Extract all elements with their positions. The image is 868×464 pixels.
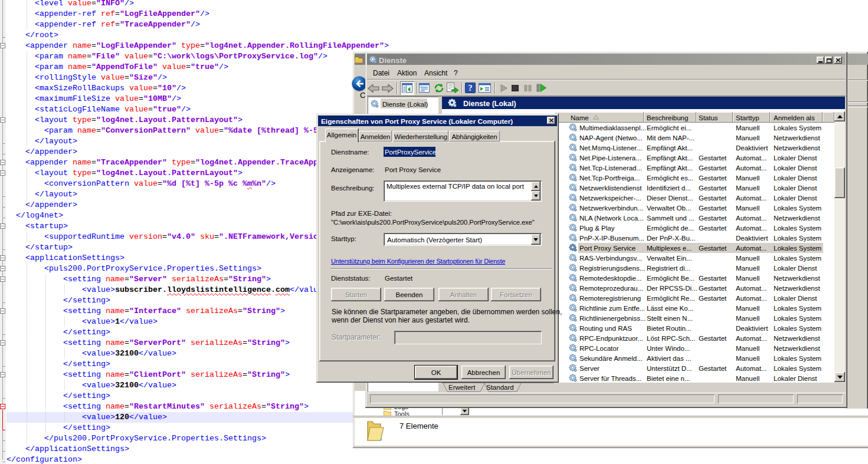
svg-text:Erweitert: Erweitert (448, 384, 476, 391)
svg-text:?: ? (469, 84, 473, 93)
svg-text:Standard: Standard (486, 384, 514, 391)
